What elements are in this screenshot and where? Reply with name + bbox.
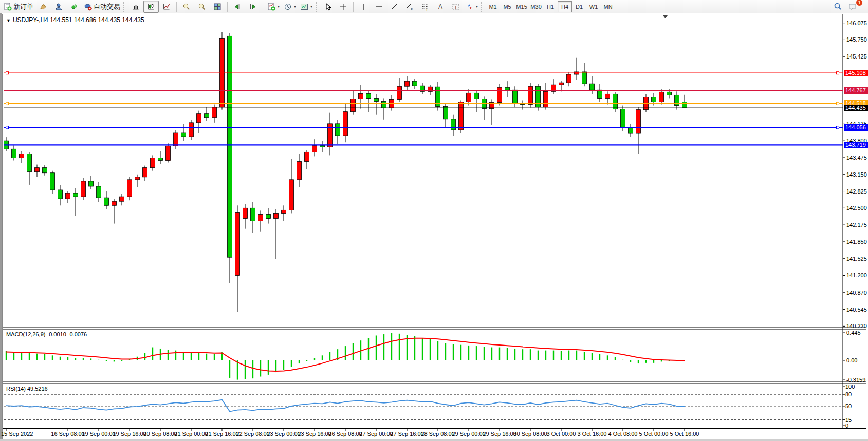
auto-scroll-button[interactable] (230, 1, 245, 13)
indicators-button[interactable]: ▾ (265, 1, 282, 13)
timeframe-button-m15[interactable]: M15 (514, 1, 529, 12)
text-button[interactable]: A (433, 1, 448, 13)
chart-title: ▼USDJPY-,H4 144.551 144.686 144.435 144.… (6, 16, 144, 24)
timeframe-button-w1[interactable]: W1 (586, 1, 601, 12)
search-icon (834, 2, 842, 11)
search-button[interactable] (830, 1, 845, 13)
svg-text:F: F (427, 8, 429, 11)
text-icon: A (436, 3, 445, 11)
timeframe-button-m30[interactable]: M30 (529, 1, 543, 12)
svg-text:A: A (438, 3, 442, 10)
arrows-icon (466, 3, 474, 11)
autotrading-icon (84, 3, 92, 11)
profiles-button[interactable] (35, 1, 51, 13)
signals-button[interactable] (66, 1, 82, 13)
chevron-down-icon: ▾ (476, 4, 478, 9)
timeframe-button-m5[interactable]: M5 (500, 1, 514, 12)
trendline-button[interactable] (386, 1, 402, 13)
tile-windows-button[interactable] (210, 1, 225, 13)
shift-chart-button[interactable] (245, 1, 261, 13)
zoom-in-icon (182, 3, 191, 11)
text-label-button[interactable]: T (448, 1, 464, 13)
periods-button[interactable]: ▾ (282, 1, 298, 13)
market-button[interactable] (51, 1, 66, 13)
svg-text:T: T (454, 4, 457, 9)
rsi-label: RSI(14) 49.5216 (6, 386, 48, 392)
channel-icon: E (405, 3, 414, 11)
notifications-button[interactable]: 1 (845, 1, 861, 13)
trendline-icon (390, 3, 398, 11)
zoom-out-icon (198, 3, 206, 11)
fibonacci-icon: F (421, 3, 429, 11)
zoom-out-button[interactable] (194, 1, 210, 13)
bar-chart-button[interactable] (128, 1, 143, 13)
macd-label: MACD(12,26,9) -0.0010 -0.0076 (6, 331, 87, 337)
channel-button[interactable]: E (402, 1, 417, 13)
toolbar-separator (227, 2, 228, 12)
templates-button[interactable]: ▾ (298, 1, 315, 13)
toolbar-grip (481, 2, 484, 12)
chevron-down-icon: ▾ (278, 4, 280, 9)
svg-text:E: E (411, 8, 413, 11)
market-icon (54, 3, 63, 11)
vertical-line-icon (359, 3, 367, 11)
new-order-label: 新订单 (13, 2, 33, 11)
chevron-down-icon: ▼ (6, 18, 11, 23)
notification-badge: 1 (856, 0, 863, 6)
horizontal-line-button[interactable] (371, 1, 386, 13)
timeframe-button-mn[interactable]: MN (601, 1, 615, 12)
crosshair-icon (339, 3, 347, 11)
fibonacci-button[interactable]: F (417, 1, 433, 13)
symbol-ohlc-text: USDJPY-,H4 144.551 144.686 144.435 144.4… (13, 16, 144, 24)
vertical-line-button[interactable] (356, 1, 371, 13)
auto-trading-button[interactable]: 自动交易 (82, 1, 122, 13)
toolbar-grip (316, 2, 318, 12)
candlestick-chart-button[interactable] (143, 1, 159, 13)
templates-icon (300, 3, 308, 11)
signals-icon (70, 3, 78, 11)
candlestick-chart-icon (147, 3, 155, 11)
timeframe-button-h1[interactable]: H1 (543, 1, 558, 12)
timeframe-group: M1M5M15M30H1H4D1W1MN (486, 1, 615, 12)
chart-window[interactable] (0, 13, 868, 439)
text-label-icon: T (452, 3, 460, 11)
shift-chart-icon (249, 3, 257, 11)
zoom-in-button[interactable] (179, 1, 194, 13)
cursor-button[interactable] (320, 1, 336, 13)
bar-chart-icon (132, 3, 140, 11)
cursor-icon (324, 3, 332, 11)
line-chart-button[interactable] (159, 1, 174, 13)
chevron-down-icon: ▾ (294, 4, 296, 9)
periods-icon (284, 3, 292, 11)
profiles-icon (39, 3, 47, 11)
chevron-down-icon: ▾ (310, 4, 312, 9)
horizontal-line-icon (375, 3, 383, 11)
toolbar-separator (353, 2, 354, 12)
toolbar: 新订单 自动交易 ▾ ▾ ▾ E F A T ▾ M1M5M15M30H1H4D… (0, 0, 868, 13)
new-order-button[interactable]: 新订单 (2, 1, 35, 13)
new-order-icon (4, 3, 12, 11)
toolbar-grip (123, 2, 126, 12)
timeframe-button-d1[interactable]: D1 (572, 1, 586, 12)
auto-scroll-icon (233, 3, 242, 11)
timeframe-button-h4[interactable]: H4 (558, 1, 572, 12)
auto-trading-label: 自动交易 (94, 2, 120, 11)
crosshair-button[interactable] (336, 1, 351, 13)
indicators-icon (267, 3, 275, 11)
toolbar-separator (176, 2, 177, 12)
timeframe-button-m1[interactable]: M1 (486, 1, 500, 12)
arrows-button[interactable]: ▾ (464, 1, 480, 13)
line-chart-icon (162, 3, 171, 11)
toolbar-separator (263, 2, 263, 12)
tile-windows-icon (213, 3, 221, 11)
